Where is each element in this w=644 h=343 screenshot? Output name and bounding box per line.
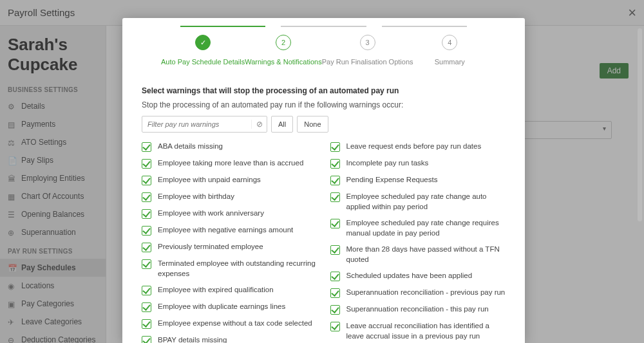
warning-label: Leave accrual reconciliation has identif… xyxy=(346,321,506,341)
step-label: Warnings & Notifications xyxy=(245,58,321,66)
warning-checkbox[interactable] xyxy=(142,259,151,269)
scrollbar[interactable] xyxy=(638,28,642,221)
warning-item: Scheduled updates have been applied xyxy=(330,271,506,281)
warning-label: Superannuation reconciliation - this pay… xyxy=(346,304,489,315)
warning-item: Employee scheduled pay rate change auto … xyxy=(330,192,506,212)
section-heading: Select warnings that will stop the proce… xyxy=(142,86,506,95)
warning-item: Employee with negative earnings amount xyxy=(142,225,317,236)
warning-item: Employee scheduled pay rate change requi… xyxy=(330,218,506,238)
warning-checkbox[interactable] xyxy=(330,142,340,152)
wizard-step[interactable]: 4Summary xyxy=(413,35,486,66)
warning-checkbox[interactable] xyxy=(330,288,340,298)
warning-item: Employee with birthday xyxy=(142,192,317,202)
stepper: ✓Auto Pay Schedule Details2Warnings & No… xyxy=(122,18,525,72)
warning-checkbox[interactable] xyxy=(330,219,340,228)
wizard-step[interactable]: ✓Auto Pay Schedule Details xyxy=(161,35,245,66)
warning-label: Pending Expense Requests xyxy=(346,175,438,185)
warning-checkbox[interactable] xyxy=(142,159,151,169)
step-connector xyxy=(382,26,467,27)
step-label: Auto Pay Schedule Details xyxy=(161,58,245,66)
warning-checkbox[interactable] xyxy=(142,319,151,329)
step-label: Summary xyxy=(435,58,465,66)
warning-checkbox[interactable] xyxy=(142,142,151,152)
warning-item: Employee with duplicate earnings lines xyxy=(142,302,317,312)
step-circle: ✓ xyxy=(195,35,211,50)
warning-item: ABA details missing xyxy=(142,142,317,152)
warning-label: Scheduled updates have been applied xyxy=(346,271,473,281)
warning-label: More than 28 days have passed without a … xyxy=(346,245,506,264)
warning-checkbox[interactable] xyxy=(330,322,340,331)
warning-label: Employee with duplicate earnings lines xyxy=(158,302,285,312)
warning-label: Employee scheduled pay rate change requi… xyxy=(346,218,506,238)
warning-item: Employee taking more leave than is accru… xyxy=(142,158,317,169)
warning-checkbox[interactable] xyxy=(142,209,151,219)
warning-item: More than 28 days have passed without a … xyxy=(330,245,506,264)
clear-filter-icon[interactable]: ⊘ xyxy=(251,120,267,129)
warning-label: Employee taking more leave than is accru… xyxy=(158,158,303,169)
step-circle: 4 xyxy=(442,35,457,50)
warning-label: Employee with birthday xyxy=(158,192,234,202)
warning-item: Terminated employee with outstanding rec… xyxy=(142,259,317,279)
warning-checkbox[interactable] xyxy=(330,245,340,255)
warning-item: Pending Expense Requests xyxy=(330,175,506,185)
wizard-modal: ✓Auto Pay Schedule Details2Warnings & No… xyxy=(122,18,525,343)
warning-label: Employee with negative earnings amount xyxy=(158,225,293,236)
warning-checkbox[interactable] xyxy=(142,243,151,252)
warning-item: Employee with work anniversary xyxy=(142,209,317,219)
warning-item: Previously terminated employee xyxy=(142,242,317,252)
wizard-step[interactable]: 3Pay Run Finalisation Options xyxy=(322,35,413,66)
warning-item: BPAY details missing xyxy=(142,335,317,343)
warning-label: Previously terminated employee xyxy=(158,242,263,252)
warning-label: Employee scheduled pay rate change auto … xyxy=(346,192,506,212)
select-all-button[interactable]: All xyxy=(271,116,293,133)
warning-label: Employee with work anniversary xyxy=(158,209,264,219)
warning-label: Leave request ends before pay run dates xyxy=(346,142,482,152)
warning-checkbox[interactable] xyxy=(142,176,151,185)
warning-checkbox[interactable] xyxy=(330,176,340,185)
filter-input[interactable] xyxy=(142,116,251,132)
warning-label: Superannuation reconciliation - previous… xyxy=(346,288,506,298)
warning-checkbox[interactable] xyxy=(142,286,151,295)
warning-checkbox[interactable] xyxy=(330,272,340,281)
warning-item: Superannuation reconciliation - this pay… xyxy=(330,304,506,315)
warning-checkbox[interactable] xyxy=(142,336,151,343)
warning-item: Employee with unpaid earnings xyxy=(142,175,317,185)
warning-item: Incomplete pay run tasks xyxy=(330,158,506,169)
filter-input-wrapper: ⊘ xyxy=(142,116,267,133)
step-label: Pay Run Finalisation Options xyxy=(322,58,413,66)
wizard-step[interactable]: 2Warnings & Notifications xyxy=(245,35,321,66)
warning-label: Terminated employee with outstanding rec… xyxy=(158,259,317,279)
step-connector xyxy=(281,26,366,27)
select-none-button[interactable]: None xyxy=(297,116,328,133)
warning-item: Employee expense without a tax code sele… xyxy=(142,319,317,329)
warning-checkbox[interactable] xyxy=(330,192,340,202)
section-subtext: Stop the processing of an automated pay … xyxy=(142,100,506,109)
step-circle: 3 xyxy=(360,35,375,50)
warning-item: Leave request ends before pay run dates xyxy=(330,142,506,152)
warning-item: Superannuation reconciliation - previous… xyxy=(330,288,506,298)
warning-label: Employee expense without a tax code sele… xyxy=(158,319,312,329)
warning-checkbox[interactable] xyxy=(142,226,151,236)
warning-item: Employee with expired qualification xyxy=(142,285,317,295)
warning-label: Employee with expired qualification xyxy=(158,285,274,295)
warning-label: ABA details missing xyxy=(158,142,223,152)
warning-item: Leave accrual reconciliation has identif… xyxy=(330,321,506,341)
warning-label: BPAY details missing xyxy=(158,335,227,343)
warning-checkbox[interactable] xyxy=(330,305,340,315)
step-connector xyxy=(180,26,265,27)
warning-checkbox[interactable] xyxy=(330,159,340,169)
warning-label: Employee with unpaid earnings xyxy=(158,175,261,185)
warning-label: Incomplete pay run tasks xyxy=(346,158,429,169)
warning-checkbox[interactable] xyxy=(142,302,151,312)
warning-checkbox[interactable] xyxy=(142,192,151,202)
step-circle: 2 xyxy=(276,35,291,50)
